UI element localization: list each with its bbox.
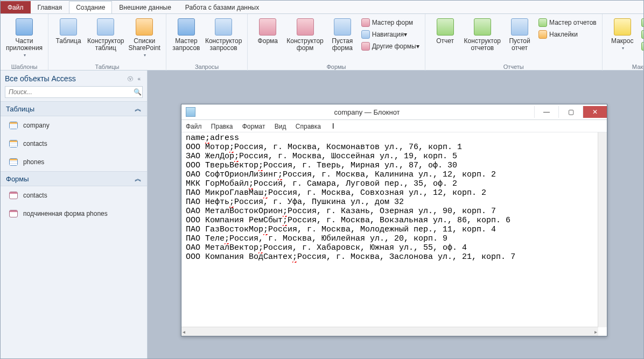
nav-dropdown-icon[interactable]: ⓥ [128, 76, 133, 82]
more-forms-button[interactable]: Другие формы▾ [359, 41, 422, 52]
group-queries-label: Запросы [170, 62, 244, 71]
visual-basic-icon [641, 42, 644, 51]
sharepoint-lists-button[interactable]: Списки SharePoint▾ [127, 15, 163, 60]
text-cursor-icon: I [330, 122, 334, 130]
nav-form-item[interactable]: подчиненная форма phones [1, 205, 147, 223]
report-icon [437, 18, 454, 36]
macro-icon [614, 18, 631, 36]
scroll-left-icon[interactable]: ◂ [183, 329, 185, 335]
mdi-canvas: company — Блокнот — ▢ ✕ Файл Правка Форм… [148, 71, 643, 358]
form-wizard-button[interactable]: Мастер форм [359, 17, 422, 28]
module-icon [641, 18, 644, 27]
group-forms-label: Формы [251, 62, 421, 71]
blank-report-icon [511, 18, 528, 36]
notepad-title: company — Блокнот [200, 108, 534, 116]
report-wizard-button[interactable]: Мастер отчетов [536, 17, 599, 28]
tab-home[interactable]: Главная [31, 1, 69, 13]
search-icon[interactable]: 🔍 [132, 88, 142, 96]
nav-table-phones[interactable]: phones [1, 153, 147, 171]
group-tables-label: Таблицы [52, 62, 163, 71]
application-parts-button[interactable]: Части приложения▾ [4, 15, 45, 60]
table-icon [9, 122, 18, 129]
class-module-button[interactable]: Модуль класса [639, 29, 644, 40]
query-design-icon [215, 18, 232, 36]
nav-search[interactable]: 🔍 [5, 86, 143, 98]
nav-form-item[interactable]: contacts [1, 186, 147, 205]
menu-view[interactable]: Вид [275, 123, 286, 130]
minimize-button[interactable]: — [534, 106, 558, 118]
table-icon [60, 18, 77, 36]
notepad-menubar: Файл Правка Формат Вид Справка I [181, 120, 607, 132]
nav-section-tables[interactable]: Таблицы︽ [1, 101, 147, 116]
navigation-button[interactable]: Навигация▾ [359, 29, 422, 40]
navigation-pane: Все объекты Access ⓥ« 🔍 Таблицы︽ company… [1, 71, 148, 358]
menu-help[interactable]: Справка [296, 123, 321, 130]
ribbon: Части приложения▾ Шаблоны Таблица Констр… [1, 14, 643, 71]
maximize-button[interactable]: ▢ [558, 106, 583, 118]
navigation-icon [361, 30, 370, 39]
blank-form-icon [334, 18, 351, 36]
chevron-up-icon: ︽ [135, 174, 142, 184]
report-wizard-icon [538, 18, 547, 27]
menu-format[interactable]: Формат [242, 123, 265, 130]
nav-table-company[interactable]: company [1, 116, 147, 135]
table-design-button[interactable]: Конструктор таблиц [85, 15, 126, 53]
more-forms-icon [361, 42, 370, 51]
group-templates-label: Шаблоны [4, 62, 45, 71]
notepad-window[interactable]: company — Блокнот — ▢ ✕ Файл Правка Форм… [181, 104, 607, 336]
tab-create[interactable]: Создание [69, 1, 112, 13]
form-button[interactable]: Форма [251, 15, 284, 46]
notepad-text-area[interactable]: name;adress ООО Мотор;Россия, г. Москва,… [184, 132, 598, 327]
tab-database-tools[interactable]: Работа с базами данных [178, 1, 266, 13]
report-design-button[interactable]: Конструктор отчетов [462, 15, 503, 53]
tab-file[interactable]: Файл [1, 1, 31, 13]
query-wizard-icon [178, 18, 195, 36]
group-reports-label: Отчеты [429, 62, 599, 71]
visual-basic-button[interactable]: Visual Basic [639, 41, 644, 52]
class-module-icon [641, 30, 644, 39]
form-icon [259, 18, 276, 36]
labels-icon [538, 30, 547, 39]
module-button[interactable]: Модуль [639, 17, 644, 28]
form-design-button[interactable]: Конструктор форм [284, 15, 325, 53]
table-button[interactable]: Таблица [52, 15, 85, 46]
vertical-scrollbar[interactable] [598, 132, 607, 327]
blank-form-button[interactable]: Пустая форма [326, 15, 359, 53]
notepad-icon [186, 107, 195, 117]
nav-title[interactable]: Все объекты Access [5, 74, 76, 83]
blank-report-button[interactable]: Пустой отчет [503, 15, 536, 53]
nav-collapse-icon[interactable]: « [137, 76, 141, 82]
labels-button[interactable]: Наклейки [536, 29, 599, 40]
scroll-right-icon[interactable]: ▸ [594, 329, 597, 335]
query-wizard-button[interactable]: Мастер запросов [170, 15, 203, 53]
chevron-up-icon: ︽ [135, 104, 142, 114]
menu-file[interactable]: Файл [186, 123, 202, 130]
tab-external-data[interactable]: Внешние данные [112, 1, 178, 13]
form-icon [9, 210, 18, 217]
nav-table-contacts[interactable]: contacts [1, 135, 147, 153]
nav-search-input[interactable] [5, 87, 132, 97]
form-icon [9, 192, 18, 199]
table-icon [9, 140, 18, 147]
menu-edit[interactable]: Правка [211, 123, 233, 130]
group-macros-label: Макросы и код [606, 62, 644, 71]
report-button[interactable]: Отчет [429, 15, 462, 46]
table-icon [9, 158, 18, 166]
macro-button[interactable]: Макрос▾ [606, 15, 639, 53]
horizontal-scrollbar[interactable]: ◂▸ [181, 327, 598, 336]
sharepoint-icon [136, 18, 153, 36]
report-design-icon [474, 18, 491, 36]
query-design-button[interactable]: Конструктор запросов [203, 15, 244, 53]
form-design-icon [297, 18, 314, 36]
application-parts-icon [16, 18, 33, 36]
nav-section-forms[interactable]: Формы︽ [1, 171, 147, 186]
form-wizard-icon [361, 18, 370, 27]
ribbon-tabstrip: Файл Главная Создание Внешние данные Раб… [1, 1, 643, 14]
table-design-icon [97, 18, 114, 36]
close-button[interactable]: ✕ [583, 106, 607, 118]
